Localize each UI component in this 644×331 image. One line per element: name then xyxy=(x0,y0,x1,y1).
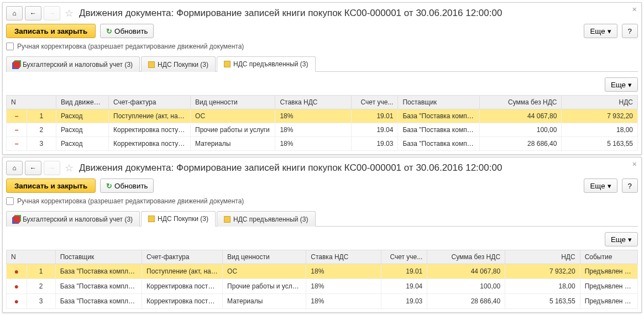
help-button[interactable]: ? xyxy=(622,24,638,38)
cell-vat: 18% xyxy=(306,279,381,294)
tab-label: Бухгалтерский и налоговый учет (3) xyxy=(23,216,133,223)
favorite-icon[interactable]: ☆ xyxy=(65,162,74,174)
table-row[interactable]: ●1База "Поставка компле...Поступление (а… xyxy=(7,264,638,279)
col-nds[interactable]: НДС xyxy=(562,96,638,109)
table-row[interactable]: –2РасходКорректировка поступл...Прочие р… xyxy=(7,123,638,137)
chevron-down-icon: ▾ xyxy=(628,81,632,89)
col-valtype[interactable]: Вид ценности xyxy=(223,250,306,264)
table-row[interactable]: –3РасходКорректировка поступл...Материал… xyxy=(7,137,638,151)
table-row[interactable]: ●2База "Поставка компле...Корректировка … xyxy=(7,279,638,294)
cell-invoice: Корректировка поступл... xyxy=(109,123,191,137)
cell-n: 3 xyxy=(27,137,56,151)
register-table: N Вид движения Счет-фактура Вид ценности… xyxy=(6,95,638,151)
tabs: Бухгалтерский и налоговый учет (3) НДС П… xyxy=(6,56,638,72)
more-button[interactable]: Еще ▾ xyxy=(584,178,617,193)
tab-nds-presented[interactable]: НДС предъявленный (3) xyxy=(217,211,315,227)
col-supplier[interactable]: Поставщик xyxy=(398,96,480,109)
col-n[interactable]: N xyxy=(7,96,56,109)
more-button[interactable]: Еще ▾ xyxy=(584,24,617,38)
col-invoice[interactable]: Счет-фактура xyxy=(109,96,191,109)
cell-sum: 100,00 xyxy=(427,279,505,294)
save-close-button[interactable]: Записать и закрыть xyxy=(6,178,96,193)
col-supplier[interactable]: Поставщик xyxy=(55,250,142,264)
close-icon[interactable]: × xyxy=(632,160,637,169)
table-row[interactable]: ●3База "Поставка компле...Корректировка … xyxy=(7,294,638,309)
cell-n: 2 xyxy=(27,123,56,137)
cell-sum: 28 686,40 xyxy=(427,294,505,309)
record-icon: ● xyxy=(7,279,27,294)
manual-edit-label: Ручная корректировка (разрешает редактир… xyxy=(17,197,244,205)
manual-edit-checkbox[interactable] xyxy=(6,43,14,50)
movement-type-icon: – xyxy=(7,109,27,123)
home-button[interactable]: ⌂ xyxy=(6,161,23,175)
cell-supplier: База "Поставка компле... xyxy=(398,123,480,137)
col-account[interactable]: Счет уче... xyxy=(381,250,427,264)
table-more-button[interactable]: Еще ▾ xyxy=(605,232,638,246)
save-close-button[interactable]: Записать и закрыть xyxy=(6,24,96,38)
cell-supplier: База "Поставка компле... xyxy=(55,279,142,294)
tab-label: Бухгалтерский и налоговый учет (3) xyxy=(23,61,133,69)
col-account[interactable]: Счет уче... xyxy=(351,96,398,109)
col-n[interactable]: N xyxy=(7,250,56,264)
tab-label: НДС предъявленный (3) xyxy=(233,60,308,68)
col-movement[interactable]: Вид движения xyxy=(56,96,108,109)
more-label: Еще xyxy=(611,81,626,89)
col-valtype[interactable]: Вид ценности xyxy=(191,96,275,109)
cell-account: 19.01 xyxy=(351,109,398,123)
subtoolbar: Еще ▾ xyxy=(6,77,638,92)
cell-vat: 18% xyxy=(306,264,381,279)
tab-accounting[interactable]: Бухгалтерский и налоговый учет (3) xyxy=(6,56,140,72)
tab-nds-presented[interactable]: НДС предъявленный (3) xyxy=(217,56,315,72)
back-button[interactable]: ← xyxy=(25,161,41,175)
page-title: Движения документа: Формирование записей… xyxy=(79,162,502,174)
cell-valtype: Прочие работы и услуги xyxy=(191,123,275,137)
topbar: ⌂ ← → ☆ Движения документа: Формирование… xyxy=(6,6,638,20)
forward-button[interactable]: → xyxy=(44,161,60,175)
cell-vat: 18% xyxy=(275,137,351,151)
cell-n: 1 xyxy=(27,264,55,279)
tab-label: НДС Покупки (3) xyxy=(158,215,208,223)
back-button[interactable]: ← xyxy=(25,6,41,20)
col-sum[interactable]: Сумма без НДС xyxy=(480,96,562,109)
cell-valtype: Материалы xyxy=(191,137,275,151)
favorite-icon[interactable]: ☆ xyxy=(65,7,74,19)
col-vat[interactable]: Ставка НДС xyxy=(306,250,381,264)
refresh-label: Обновить xyxy=(114,182,148,190)
cell-account: 19.04 xyxy=(381,279,427,294)
close-icon[interactable]: × xyxy=(632,5,637,14)
col-nds[interactable]: НДС xyxy=(505,250,580,264)
toolbar: Записать и закрыть ↻Обновить Еще ▾ ? xyxy=(6,24,638,38)
register-icon xyxy=(224,216,231,223)
table-header-row: N Вид движения Счет-фактура Вид ценности… xyxy=(7,96,638,109)
refresh-button[interactable]: ↻Обновить xyxy=(100,24,154,38)
tab-accounting[interactable]: Бухгалтерский и налоговый учет (3) xyxy=(6,211,140,227)
manual-edit-checkbox[interactable] xyxy=(6,197,14,205)
col-sum[interactable]: Сумма без НДС xyxy=(427,250,505,264)
cell-nds: 18,00 xyxy=(562,123,638,137)
table-more-button[interactable]: Еще ▾ xyxy=(605,77,638,92)
col-invoice[interactable]: Счет-фактура xyxy=(142,250,223,264)
manual-edit-row: Ручная корректировка (разрешает редактир… xyxy=(6,197,638,205)
col-event[interactable]: Событие xyxy=(580,250,637,264)
cell-movement: Расход xyxy=(56,123,108,137)
cell-sum: 44 067,80 xyxy=(480,109,562,123)
cell-vat: 18% xyxy=(275,123,351,137)
chevron-down-icon: ▾ xyxy=(628,235,632,244)
cell-n: 2 xyxy=(27,279,55,294)
panel-top: × ⌂ ← → ☆ Движения документа: Формирован… xyxy=(2,2,642,155)
home-button[interactable]: ⌂ xyxy=(6,6,23,20)
tab-nds-purchases[interactable]: НДС Покупки (3) xyxy=(141,56,216,72)
page-title: Движения документа: Формирование записей… xyxy=(79,8,502,19)
tabs: Бухгалтерский и налоговый учет (3) НДС П… xyxy=(6,211,638,227)
refresh-button[interactable]: ↻Обновить xyxy=(100,178,154,193)
help-button[interactable]: ? xyxy=(622,178,638,193)
col-vat[interactable]: Ставка НДС xyxy=(275,96,351,109)
cell-invoice: Поступление (акт, накл... xyxy=(109,109,191,123)
more-label: Еще xyxy=(590,27,605,35)
table-row[interactable]: –1РасходПоступление (акт, накл...ОС18%19… xyxy=(7,109,638,123)
cell-vat: 18% xyxy=(275,109,351,123)
forward-button[interactable]: → xyxy=(44,6,60,20)
accounting-icon xyxy=(13,216,20,223)
tab-nds-purchases[interactable]: НДС Покупки (3) xyxy=(141,211,216,227)
more-label: Еще xyxy=(611,235,626,244)
